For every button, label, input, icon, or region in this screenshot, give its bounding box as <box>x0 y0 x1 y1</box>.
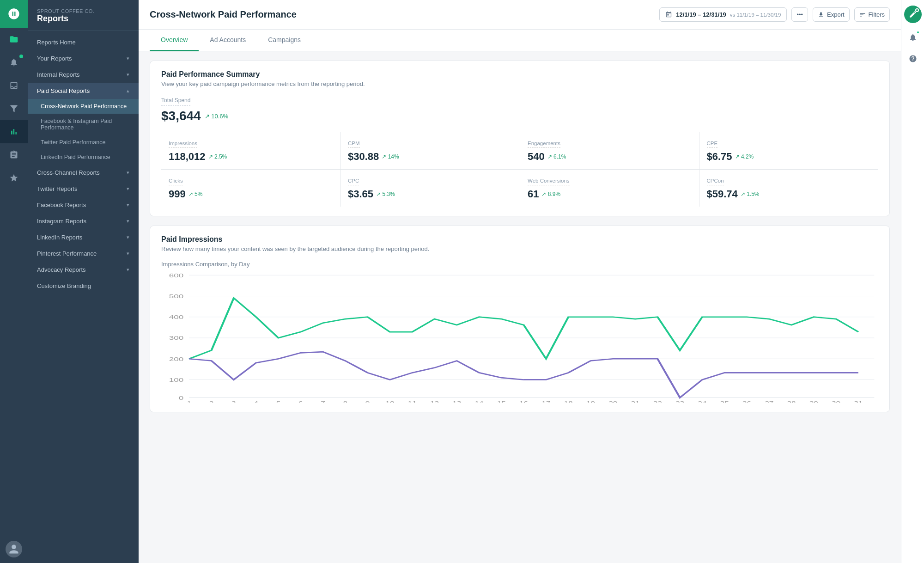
svg-text:1: 1 <box>187 401 192 403</box>
sidebar-item-advocacy-reports[interactable]: Advocacy Reports ▾ <box>28 262 139 278</box>
rail-advocacy[interactable] <box>0 166 28 190</box>
svg-text:27: 27 <box>765 401 773 403</box>
svg-text:15: 15 <box>497 401 506 403</box>
svg-text:0: 0 <box>179 395 184 401</box>
rail-publishing[interactable] <box>0 97 28 120</box>
svg-text:30: 30 <box>832 401 840 403</box>
page-title: Cross-Network Paid Performance <box>150 9 297 20</box>
impressions-chart: 600 500 400 300 200 100 0 <box>161 273 878 403</box>
metric-impressions: Impressions 118,012 ↗ 2.5% <box>161 132 340 169</box>
notifications-dot <box>916 31 920 34</box>
icon-rail <box>0 0 28 563</box>
user-avatar[interactable] <box>6 541 22 557</box>
total-spend-trend: 10.6% <box>205 113 229 120</box>
sidebar-subitem-fb-ig[interactable]: Facebook & Instagram Paid Performance <box>28 114 139 135</box>
sidebar-subitem-linkedin-paid[interactable]: LinkedIn Paid Performance <box>28 150 139 165</box>
sidebar-title: Reports <box>37 14 129 24</box>
svg-text:16: 16 <box>519 401 528 403</box>
tab-overview[interactable]: Overview <box>150 30 199 51</box>
chevron-down-icon: ▾ <box>127 55 129 61</box>
metric-clicks: Clicks 999 ↗ 5% <box>161 170 340 207</box>
metric-cpcon: CPCon $59.74 ↗ 1.5% <box>699 170 879 207</box>
chevron-down-icon: ▾ <box>127 170 129 176</box>
total-spend-value: $3,644 10.6% <box>161 109 878 123</box>
content-area: Paid Performance Summary View your key p… <box>139 51 901 563</box>
svg-text:20: 20 <box>608 401 617 403</box>
right-rail <box>901 0 924 563</box>
date-picker-button[interactable]: 12/1/19 – 12/31/19 vs 11/1/19 – 11/30/19 <box>659 7 787 22</box>
sidebar: Sprout Coffee Co. Reports Reports Home Y… <box>28 0 139 563</box>
rail-tasks[interactable] <box>0 143 28 166</box>
brand-logo[interactable] <box>0 0 28 28</box>
sidebar-item-pinterest-perf[interactable]: Pinterest Performance ▾ <box>28 245 139 262</box>
chevron-up-icon: ▴ <box>127 88 129 94</box>
metrics-left: Impressions 118,012 ↗ 2.5% CPM $30.88 ↗ … <box>161 132 520 207</box>
topbar-actions: 12/1/19 – 12/31/19 vs 11/1/19 – 11/30/19… <box>659 7 890 22</box>
rail-folder[interactable] <box>0 28 28 51</box>
export-button[interactable]: Export <box>813 7 850 22</box>
svg-text:24: 24 <box>698 401 706 403</box>
metric-cpm: CPM $30.88 ↗ 14% <box>340 132 520 169</box>
impressions-card: Paid Impressions Review how many times y… <box>150 226 890 412</box>
tab-ad-accounts[interactable]: Ad Accounts <box>199 30 257 51</box>
metric-cpc: CPC $3.65 ↗ 5.3% <box>340 170 520 207</box>
svg-text:23: 23 <box>675 401 684 403</box>
svg-text:11: 11 <box>408 401 417 403</box>
chevron-down-icon: ▾ <box>127 72 129 78</box>
rail-reports[interactable] <box>0 120 28 143</box>
sidebar-item-reports-home[interactable]: Reports Home <box>28 34 139 50</box>
metrics-grid: Impressions 118,012 ↗ 2.5% CPM $30.88 ↗ … <box>161 132 878 207</box>
svg-text:29: 29 <box>809 401 818 403</box>
sidebar-item-your-reports[interactable]: Your Reports ▾ <box>28 50 139 67</box>
sidebar-subitem-twitter-paid[interactable]: Twitter Paid Performance <box>28 135 139 150</box>
svg-text:31: 31 <box>854 401 863 403</box>
right-rail-notifications[interactable] <box>904 29 922 46</box>
svg-text:28: 28 <box>787 401 796 403</box>
chevron-down-icon: ▾ <box>127 251 129 257</box>
rail-notifications[interactable] <box>0 51 28 74</box>
rail-inbox[interactable] <box>0 74 28 97</box>
right-rail-help[interactable] <box>904 50 922 67</box>
tab-campaigns[interactable]: Campaigns <box>257 30 312 51</box>
main-content: Cross-Network Paid Performance 12/1/19 –… <box>139 0 901 563</box>
total-spend-section: Total Spend $3,644 10.6% <box>161 96 878 123</box>
svg-text:200: 200 <box>169 356 184 362</box>
sidebar-subitem-cross-network[interactable]: Cross-Network Paid Performance <box>28 99 139 114</box>
summary-card-title: Paid Performance Summary <box>161 70 878 79</box>
compose-notification <box>915 8 919 12</box>
chart-label: Impressions Comparison, by Day <box>161 261 878 268</box>
date-range-main: 12/1/19 – 12/31/19 <box>676 11 726 18</box>
sidebar-item-instagram-reports[interactable]: Instagram Reports ▾ <box>28 213 139 229</box>
svg-text:12: 12 <box>430 401 439 403</box>
summary-card: Paid Performance Summary View your key p… <box>150 61 890 216</box>
svg-text:4: 4 <box>254 401 258 403</box>
svg-text:300: 300 <box>169 335 184 341</box>
svg-text:5: 5 <box>276 401 281 403</box>
filters-button[interactable]: Filters <box>854 7 890 22</box>
svg-text:500: 500 <box>169 293 184 299</box>
total-spend-label: Total Spend <box>161 97 190 106</box>
sidebar-item-internal-reports[interactable]: Internal Reports ▾ <box>28 67 139 83</box>
svg-text:25: 25 <box>720 401 729 403</box>
sidebar-item-linkedin-reports[interactable]: LinkedIn Reports ▾ <box>28 229 139 245</box>
sidebar-item-twitter-reports[interactable]: Twitter Reports ▾ <box>28 181 139 197</box>
svg-text:19: 19 <box>586 401 595 403</box>
svg-text:9: 9 <box>365 401 370 403</box>
metrics-row-1: Impressions 118,012 ↗ 2.5% CPM $30.88 ↗ … <box>161 132 520 170</box>
chevron-down-icon: ▾ <box>127 218 129 224</box>
sidebar-item-facebook-reports[interactable]: Facebook Reports ▾ <box>28 197 139 213</box>
sidebar-header: Sprout Coffee Co. Reports <box>28 0 139 31</box>
svg-text:22: 22 <box>653 401 662 403</box>
chart-svg: 600 500 400 300 200 100 0 <box>161 273 878 403</box>
sidebar-item-customize-branding[interactable]: Customize Branding <box>28 278 139 294</box>
sidebar-item-paid-social[interactable]: Paid Social Reports ▴ <box>28 83 139 99</box>
compose-button[interactable] <box>904 6 922 23</box>
svg-text:100: 100 <box>169 377 184 383</box>
svg-text:6: 6 <box>298 401 303 403</box>
svg-text:13: 13 <box>452 401 461 403</box>
topbar: Cross-Network Paid Performance 12/1/19 –… <box>139 0 901 30</box>
more-options-button[interactable]: ••• <box>791 7 808 22</box>
sidebar-nav: Reports Home Your Reports ▾ Internal Rep… <box>28 31 139 563</box>
sidebar-item-cross-channel[interactable]: Cross-Channel Reports ▾ <box>28 165 139 181</box>
metric-cpe: CPE $6.75 ↗ 4.2% <box>699 132 879 169</box>
